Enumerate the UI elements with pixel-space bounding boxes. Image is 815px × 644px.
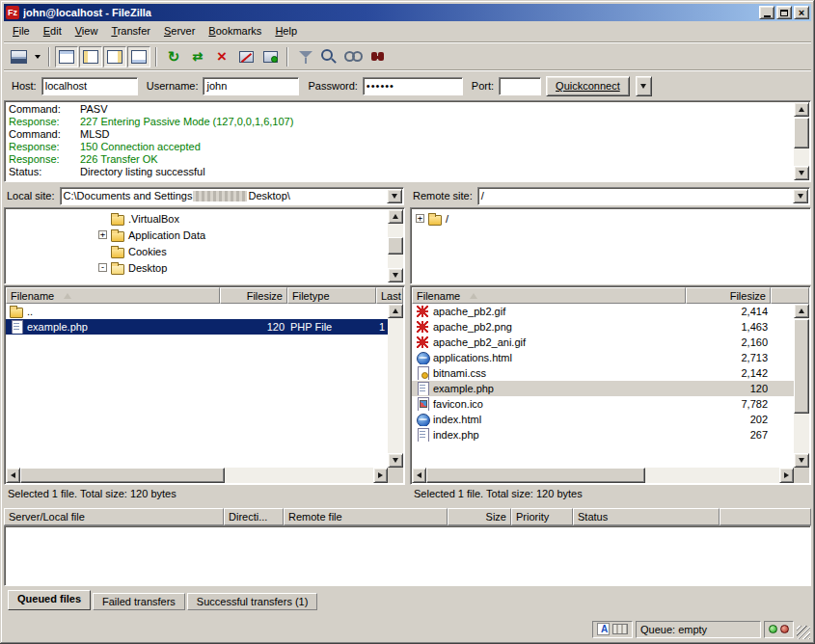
refresh-icon[interactable]: [162, 46, 185, 67]
find-files-icon[interactable]: [366, 46, 389, 67]
column-header-filetype[interactable]: Filetype: [287, 287, 376, 304]
scroll-down-button[interactable]: [794, 166, 809, 180]
column-header-remote-file[interactable]: Remote file: [284, 508, 448, 525]
queue-tab[interactable]: Queued files: [8, 590, 91, 610]
menu-item[interactable]: Bookmarks: [202, 22, 268, 40]
scroll-down-button[interactable]: [794, 453, 809, 468]
quickconnect-button[interactable]: Quickconnect: [546, 76, 630, 96]
scroll-up-button[interactable]: [794, 102, 809, 117]
menu-item[interactable]: View: [68, 22, 105, 40]
transfer-queue-list[interactable]: [4, 525, 811, 586]
local-tree-scrollbar[interactable]: [388, 209, 403, 282]
column-header-direction[interactable]: Directi...: [224, 508, 284, 525]
column-header-filename[interactable]: Filename: [6, 287, 220, 304]
file-row[interactable]: apache_pb2_ani.gif 2,160: [412, 335, 794, 350]
file-row[interactable]: apache_pb2.gif 2,414: [412, 304, 794, 319]
file-row[interactable]: ..: [6, 304, 388, 319]
process-queue-icon[interactable]: [186, 46, 209, 67]
queue-tab[interactable]: Successful transfers (1): [187, 593, 318, 610]
message-log-scrollbar[interactable]: [794, 102, 809, 180]
minimize-button[interactable]: [759, 6, 774, 19]
tree-expander-icon[interactable]: +: [416, 214, 424, 223]
file-row[interactable]: index.php 267: [412, 427, 794, 443]
scroll-up-button[interactable]: [388, 209, 403, 224]
menu-item[interactable]: Server: [157, 22, 202, 40]
file-row[interactable]: index.html 202: [412, 412, 794, 427]
local-site-combo[interactable]: C:\Documents and SettingsDesktop\: [60, 187, 404, 205]
username-input[interactable]: [203, 77, 299, 95]
column-header-last-modified[interactable]: Last modified: [376, 287, 403, 304]
file-row[interactable]: bitnami.css 2,142: [412, 365, 794, 381]
scroll-down-button[interactable]: [388, 453, 403, 468]
column-header-size[interactable]: Size: [448, 508, 511, 525]
column-header-filesize[interactable]: Filesize: [686, 287, 771, 304]
remote-site-dropdown-button[interactable]: [793, 189, 808, 203]
scroll-left-button[interactable]: [6, 468, 20, 483]
tree-item[interactable]: Cookies: [6, 243, 387, 259]
sync-browsing-icon[interactable]: [341, 46, 365, 67]
file-row[interactable]: applications.html 2,713: [412, 350, 794, 365]
compare-icon[interactable]: [317, 46, 340, 67]
reconnect-icon[interactable]: [258, 46, 282, 67]
scrollbar-track[interactable]: [20, 468, 373, 483]
scroll-right-button[interactable]: [779, 468, 794, 483]
scrollbar-track[interactable]: [794, 318, 809, 453]
column-header-filesize[interactable]: Filesize: [220, 287, 287, 304]
filter-icon[interactable]: [293, 46, 316, 67]
column-header-filename[interactable]: Filename: [412, 287, 686, 304]
queue-tab[interactable]: Failed transfers: [93, 593, 185, 610]
scrollbar-thumb[interactable]: [794, 319, 809, 414]
local-tree-toggle-icon[interactable]: [79, 46, 102, 67]
port-input[interactable]: [499, 77, 541, 95]
remote-list-horizontal-scrollbar[interactable]: [412, 468, 794, 483]
password-input[interactable]: [363, 77, 463, 95]
column-header-priority[interactable]: Priority: [511, 508, 573, 525]
scrollbar-track[interactable]: [388, 318, 403, 453]
tree-expander-icon[interactable]: -: [98, 263, 107, 272]
site-manager-icon[interactable]: [7, 46, 30, 67]
tree-item[interactable]: - Desktop: [6, 259, 387, 276]
local-site-dropdown-button[interactable]: [387, 189, 402, 203]
remote-tree-toggle-icon[interactable]: [103, 46, 126, 67]
tree-item[interactable]: .VirtualBox: [6, 210, 387, 227]
tree-item[interactable]: + Application Data: [6, 227, 387, 243]
maximize-button[interactable]: [776, 6, 792, 19]
menu-item[interactable]: Transfer: [104, 22, 157, 40]
scrollbar-track[interactable]: [426, 468, 779, 483]
message-log-toggle-icon[interactable]: [55, 46, 78, 67]
file-row[interactable]: apache_pb2.png 1,463: [412, 319, 794, 335]
resize-grip-icon[interactable]: [797, 626, 810, 639]
remote-list-vertical-scrollbar[interactable]: [794, 304, 809, 468]
cancel-icon[interactable]: [210, 46, 233, 67]
remote-site-combo[interactable]: /: [477, 187, 810, 205]
menu-item[interactable]: File: [6, 22, 37, 40]
file-row[interactable]: example.php 120: [412, 381, 794, 396]
scrollbar-thumb[interactable]: [20, 468, 225, 483]
scroll-up-button[interactable]: [388, 304, 403, 318]
scroll-left-button[interactable]: [412, 468, 426, 483]
host-input[interactable]: [41, 77, 138, 95]
scroll-down-button[interactable]: [388, 268, 403, 282]
column-header-status[interactable]: Status: [573, 508, 720, 525]
scrollbar-track[interactable]: [388, 224, 403, 268]
local-list-vertical-scrollbar[interactable]: [388, 304, 403, 468]
file-row[interactable]: example.php 120 PHP File 1: [6, 319, 388, 335]
quickconnect-dropdown-button[interactable]: [636, 76, 652, 96]
tree-item[interactable]: + /: [412, 210, 808, 227]
disconnect-icon[interactable]: [234, 46, 258, 67]
local-list-horizontal-scrollbar[interactable]: [6, 468, 388, 483]
menu-item[interactable]: Edit: [37, 22, 68, 40]
scrollbar-thumb[interactable]: [388, 237, 403, 255]
column-header-server-local-file[interactable]: Server/Local file: [4, 508, 224, 525]
site-manager-dropdown-icon[interactable]: [31, 46, 43, 67]
scrollbar-thumb[interactable]: [794, 118, 809, 148]
menu-item[interactable]: Help: [268, 22, 304, 40]
tree-expander-icon[interactable]: +: [98, 230, 107, 239]
queue-toggle-icon[interactable]: [127, 46, 150, 67]
scrollbar-thumb[interactable]: [426, 468, 645, 483]
scroll-right-button[interactable]: [373, 468, 388, 483]
file-row[interactable]: favicon.ico 7,782: [412, 396, 794, 412]
scrollbar-track[interactable]: [794, 117, 809, 166]
close-button[interactable]: ×: [794, 6, 809, 19]
scroll-up-button[interactable]: [794, 304, 809, 318]
